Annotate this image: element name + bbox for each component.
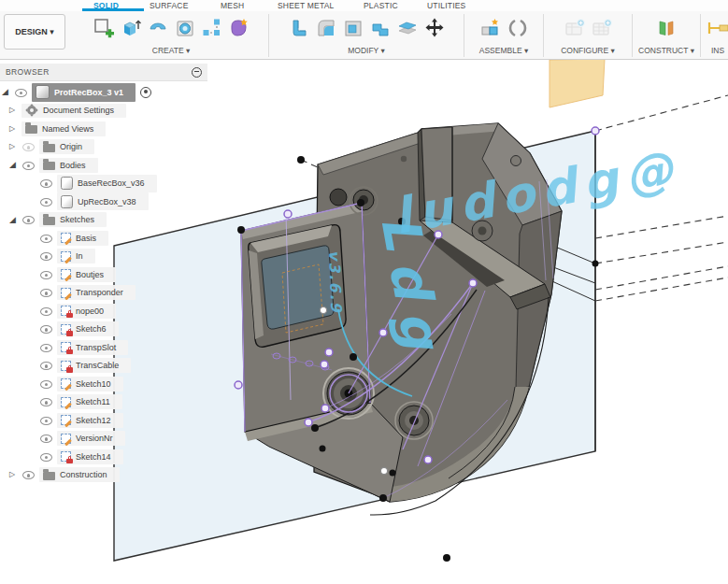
tree-item-label[interactable]: Sketch12: [76, 416, 111, 425]
tree-item-root[interactable]: ProtRecBox_3 v1: [0, 83, 157, 102]
visibility-eye-icon[interactable]: [39, 360, 54, 371]
tree-item-label[interactable]: TransCable: [76, 361, 119, 370]
create-sketch-icon[interactable]: [92, 16, 116, 40]
tree-item-label[interactable]: Construction: [60, 470, 107, 479]
visibility-eye-icon[interactable]: [39, 451, 54, 463]
expand-icon[interactable]: [9, 216, 21, 224]
visibility-eye-icon[interactable]: [39, 269, 54, 280]
tree-item-label[interactable]: UpRecBox_v38: [78, 197, 136, 207]
hole-icon[interactable]: [173, 16, 197, 40]
tree-item-sketch[interactable]: Sketch10: [0, 375, 157, 393]
new-component-icon[interactable]: [478, 16, 503, 40]
tree-item-body[interactable]: BaseRecBox_v36: [0, 175, 157, 193]
visibility-eye-icon[interactable]: [39, 250, 54, 262]
tree-item-document-settings[interactable]: Document Settings: [0, 102, 157, 121]
tree-item-label[interactable]: Sketches: [60, 215, 94, 224]
visibility-eye-icon[interactable]: [39, 323, 54, 335]
tree-item-bodies[interactable]: Bodies: [0, 156, 157, 175]
configuration-table-icon[interactable]: [590, 16, 614, 40]
tab-mesh[interactable]: MESH: [221, 1, 244, 10]
bend-icon[interactable]: [314, 16, 338, 40]
tree-item-origin[interactable]: Origin: [0, 138, 157, 157]
form-icon[interactable]: [227, 16, 251, 40]
tree-item-sketch[interactable]: Basis: [0, 229, 157, 248]
tree-item-label[interactable]: Transponder: [76, 288, 123, 297]
visibility-eye-icon[interactable]: [39, 433, 54, 444]
visibility-eye-icon[interactable]: [39, 396, 54, 407]
visibility-eye-icon[interactable]: [21, 160, 36, 171]
inspect-group-label[interactable]: INS: [711, 46, 724, 55]
tree-item-label[interactable]: Origin: [60, 142, 82, 151]
create-group-label[interactable]: CREATE ▾: [152, 46, 190, 55]
tree-item-sketch-locked[interactable]: nope00: [0, 302, 157, 320]
assemble-group-label[interactable]: ASSEMBLE ▾: [479, 46, 528, 55]
tree-item-label[interactable]: TranspSlot: [76, 343, 116, 352]
visibility-eye-icon[interactable]: [39, 178, 54, 189]
construct-group-label[interactable]: CONSTRUCT ▾: [638, 46, 694, 55]
tree-item-label[interactable]: Sketch6: [76, 324, 107, 334]
collapse-browser-icon[interactable]: [192, 67, 202, 78]
visibility-eye-icon[interactable]: [39, 342, 54, 353]
modify-group-label[interactable]: MODIFY ▾: [348, 46, 385, 55]
tree-item-sketches[interactable]: Sketches: [0, 211, 157, 230]
expand-icon[interactable]: [9, 143, 21, 150]
tree-item-label[interactable]: Named Views: [42, 124, 93, 134]
visibility-eye-icon[interactable]: [14, 87, 29, 98]
tree-item-label[interactable]: In: [76, 251, 83, 261]
expand-icon[interactable]: [9, 107, 21, 114]
tree-item-label[interactable]: Bodies: [60, 161, 86, 170]
tree-item-sketch[interactable]: Sketch11: [0, 393, 157, 412]
construct-plane-icon[interactable]: [654, 16, 678, 40]
tab-plastic[interactable]: PLASTIC: [364, 1, 398, 10]
tree-item-sketch-locked[interactable]: TranspSlot: [0, 338, 157, 357]
combine-icon[interactable]: [368, 16, 393, 40]
visibility-eye-icon[interactable]: [39, 233, 54, 244]
tree-item-label[interactable]: nope00: [76, 306, 104, 316]
tree-item-label[interactable]: BaseRecBox_v36: [78, 178, 145, 188]
visibility-eye-icon[interactable]: [39, 378, 54, 390]
tree-item-label[interactable]: VersionNr: [76, 434, 113, 443]
tree-item-label[interactable]: Document Settings: [43, 106, 114, 115]
tree-item-body[interactable]: UpRecBox_v38: [0, 192, 157, 211]
expand-icon[interactable]: [9, 125, 21, 133]
activate-component-radio[interactable]: [140, 87, 151, 98]
expand-icon[interactable]: [9, 161, 21, 169]
measure-icon[interactable]: [706, 16, 728, 40]
design-menu-button[interactable]: DESIGN ▾: [4, 14, 65, 50]
configuration-icon[interactable]: [563, 16, 587, 40]
joint-icon[interactable]: [506, 16, 530, 40]
visibility-eye-icon[interactable]: [21, 141, 36, 152]
expand-icon[interactable]: [2, 88, 14, 96]
tree-item-sketch-locked[interactable]: Sketch14: [0, 448, 157, 466]
tab-utilities[interactable]: UTILITIES: [427, 1, 465, 10]
revolve-icon[interactable]: [146, 16, 170, 40]
configure-group-label[interactable]: CONFIGURE ▾: [561, 46, 615, 55]
tree-item-label[interactable]: Sketch11: [76, 397, 110, 406]
expand-icon[interactable]: [9, 471, 21, 478]
tree-item-sketch[interactable]: Transponder: [0, 284, 157, 303]
tree-item-construction[interactable]: Construction: [0, 466, 157, 485]
tree-item-sketch-locked[interactable]: Sketch6: [0, 320, 157, 339]
offset-plane-icon[interactable]: [395, 16, 420, 40]
tree-item-label[interactable]: ProtRecBox_3 v1: [54, 88, 123, 97]
construction-plane[interactable]: [550, 59, 605, 107]
tree-item-sketch[interactable]: Boutjes: [0, 265, 157, 284]
visibility-eye-icon[interactable]: [39, 415, 54, 426]
flange-icon[interactable]: [287, 16, 311, 40]
tree-item-sketch[interactable]: In: [0, 248, 157, 266]
visibility-eye-icon[interactable]: [39, 287, 54, 298]
shell-icon[interactable]: [341, 16, 365, 40]
tree-item-sketch[interactable]: Sketch12: [0, 411, 157, 430]
tab-surface[interactable]: SURFACE: [150, 1, 189, 10]
move-icon[interactable]: [422, 16, 447, 40]
tree-item-label[interactable]: Boutjes: [76, 270, 104, 279]
tab-solid[interactable]: SOLID: [93, 1, 119, 10]
tree-item-sketch-locked[interactable]: TransCable: [0, 357, 157, 376]
tree-item-label[interactable]: Basis: [76, 234, 96, 243]
visibility-eye-icon[interactable]: [21, 469, 36, 480]
pattern-icon[interactable]: [200, 16, 224, 40]
visibility-eye-icon[interactable]: [21, 214, 36, 225]
visibility-eye-icon[interactable]: [39, 306, 54, 317]
tab-sheet-metal[interactable]: SHEET METAL: [278, 1, 334, 10]
tree-item-sketch[interactable]: VersionNr: [0, 430, 157, 449]
